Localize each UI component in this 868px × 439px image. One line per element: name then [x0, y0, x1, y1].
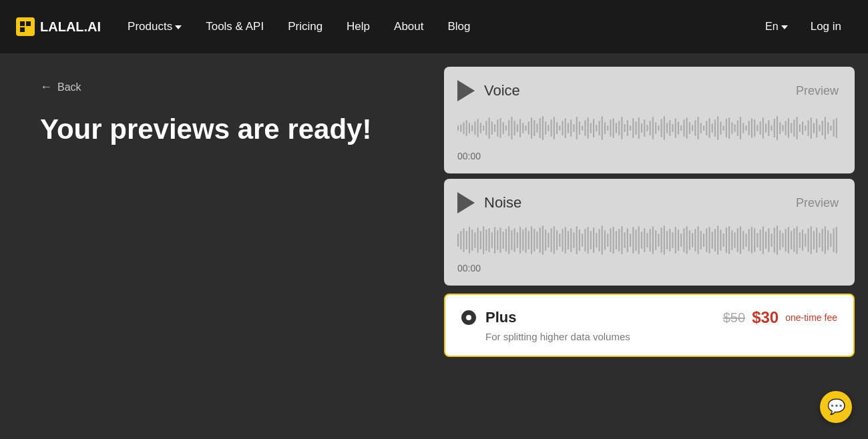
svg-rect-123 — [793, 119, 795, 137]
svg-rect-41 — [562, 121, 563, 135]
svg-rect-186 — [590, 231, 592, 250]
svg-rect-243 — [751, 227, 752, 254]
svg-rect-233 — [723, 234, 724, 247]
svg-rect-8 — [469, 123, 470, 133]
svg-rect-225 — [700, 231, 702, 250]
voice-play-button[interactable] — [457, 80, 475, 101]
svg-rect-98 — [723, 125, 724, 131]
svg-rect-162 — [522, 230, 523, 251]
nav-item-pricing[interactable]: Pricing — [277, 13, 333, 40]
plus-label: Plus — [485, 309, 516, 326]
svg-rect-64 — [627, 120, 628, 136]
svg-rect-192 — [607, 234, 608, 247]
svg-rect-4 — [457, 125, 459, 131]
nav-item-about[interactable]: About — [383, 13, 434, 40]
svg-rect-105 — [742, 123, 744, 133]
login-button[interactable]: Log in — [800, 13, 852, 40]
svg-rect-42 — [565, 118, 566, 138]
chat-bubble-button[interactable]: 💬 — [820, 391, 852, 423]
svg-rect-153 — [497, 230, 498, 250]
svg-rect-174 — [556, 230, 558, 250]
left-panel: ← Back Your previews are ready! — [0, 53, 444, 439]
svg-rect-178 — [568, 231, 569, 250]
svg-rect-118 — [779, 122, 781, 134]
svg-rect-22 — [508, 120, 509, 136]
svg-rect-116 — [774, 119, 775, 137]
svg-rect-251 — [774, 228, 775, 253]
svg-rect-201 — [632, 227, 634, 254]
back-link[interactable]: ← Back — [40, 80, 404, 94]
svg-rect-197 — [621, 226, 622, 254]
svg-rect-73 — [652, 117, 654, 139]
svg-rect-179 — [570, 228, 572, 252]
plus-description: For splitting higher data volumes — [485, 331, 837, 342]
svg-rect-37 — [551, 119, 552, 137]
svg-rect-5 — [460, 124, 461, 132]
svg-rect-3 — [26, 27, 31, 32]
svg-rect-131 — [816, 119, 817, 137]
svg-rect-95 — [714, 119, 716, 137]
voice-time: 00:00 — [457, 151, 839, 161]
nav-item-products[interactable]: Products — [117, 13, 192, 40]
svg-rect-14 — [485, 121, 487, 135]
svg-rect-150 — [489, 228, 490, 252]
svg-rect-46 — [576, 117, 578, 139]
svg-rect-207 — [650, 229, 651, 252]
svg-rect-51 — [590, 123, 592, 133]
nav-item-tools-api[interactable]: Tools & API — [195, 13, 274, 40]
svg-rect-213 — [666, 231, 668, 250]
nav-item-help[interactable]: Help — [336, 13, 381, 40]
svg-rect-100 — [728, 117, 730, 139]
noise-preview-link[interactable]: Preview — [796, 196, 839, 210]
language-selector[interactable]: En — [756, 14, 797, 39]
svg-rect-175 — [559, 234, 560, 247]
svg-rect-30 — [531, 117, 532, 139]
svg-rect-39 — [556, 122, 558, 134]
svg-rect-214 — [669, 229, 670, 252]
noise-audio-card: Noise Preview — [444, 179, 855, 286]
svg-rect-157 — [508, 226, 509, 254]
svg-rect-144 — [471, 230, 473, 251]
svg-rect-187 — [593, 228, 594, 253]
lang-chevron-icon — [781, 25, 788, 29]
voice-preview-link[interactable]: Preview — [796, 84, 839, 98]
svg-rect-159 — [514, 228, 515, 252]
svg-rect-247 — [763, 226, 764, 254]
svg-rect-85 — [686, 117, 688, 139]
svg-rect-193 — [610, 228, 611, 252]
svg-rect-259 — [797, 226, 798, 254]
plus-card[interactable]: Plus $50 $30 one-time fee For splitting … — [444, 294, 855, 357]
svg-rect-229 — [712, 232, 713, 249]
svg-rect-218 — [680, 234, 682, 247]
plus-radio-button[interactable] — [461, 310, 476, 325]
svg-rect-18 — [497, 119, 498, 137]
svg-rect-124 — [797, 117, 798, 139]
svg-rect-155 — [503, 232, 504, 249]
svg-rect-219 — [683, 228, 684, 252]
noise-play-button[interactable] — [457, 192, 475, 213]
svg-rect-127 — [805, 125, 806, 131]
svg-rect-140 — [460, 231, 461, 250]
svg-rect-266 — [816, 228, 817, 253]
nav-item-blog[interactable]: Blog — [437, 13, 481, 40]
svg-rect-158 — [511, 230, 512, 250]
svg-rect-141 — [463, 228, 464, 252]
svg-rect-181 — [576, 226, 578, 254]
svg-rect-107 — [748, 121, 750, 135]
svg-rect-104 — [740, 117, 741, 139]
svg-rect-109 — [754, 119, 755, 137]
svg-rect-34 — [542, 116, 544, 140]
svg-rect-239 — [740, 226, 741, 254]
svg-rect-19 — [499, 118, 501, 138]
svg-rect-151 — [491, 232, 493, 248]
page-title: Your previews are ready! — [40, 113, 404, 146]
svg-rect-80 — [672, 124, 673, 132]
svg-rect-226 — [703, 234, 704, 247]
svg-rect-246 — [760, 230, 761, 251]
svg-rect-142 — [466, 231, 467, 250]
logo-link[interactable]: LALAL.AI — [16, 17, 101, 36]
svg-rect-84 — [683, 119, 684, 137]
svg-rect-145 — [474, 232, 475, 248]
svg-rect-156 — [505, 229, 507, 252]
svg-rect-212 — [664, 226, 665, 255]
